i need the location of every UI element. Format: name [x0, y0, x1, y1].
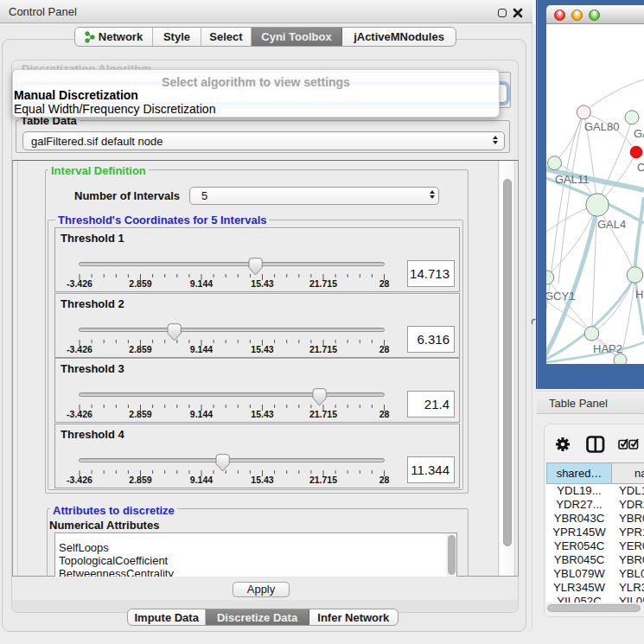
svg-text:GAL11: GAL11 — [555, 173, 590, 186]
svg-text:HAP2: HAP2 — [593, 342, 622, 355]
svg-text:C: C — [637, 161, 644, 174]
svg-text:H: H — [635, 288, 643, 301]
svg-text:GA: GA — [634, 127, 644, 140]
svg-text:GCY1: GCY1 — [546, 290, 575, 303]
svg-text:GAL80: GAL80 — [584, 120, 619, 133]
svg-text:GAL4: GAL4 — [597, 218, 626, 231]
